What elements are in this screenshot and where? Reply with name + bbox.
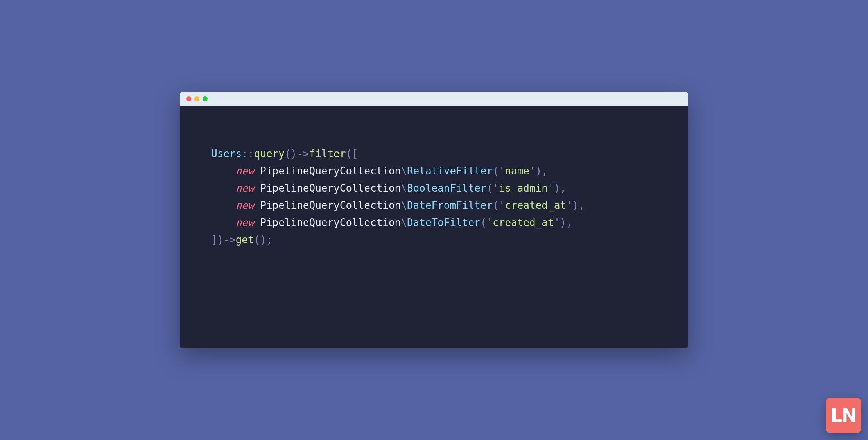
token-string: created_at (493, 217, 554, 228)
code-window: Users::query()->filter([ new PipelineQue… (180, 92, 688, 348)
token-indent (211, 199, 236, 211)
token-namespace: PipelineQueryCollection (260, 165, 401, 177)
token-space (254, 165, 260, 177)
token-keyword: new (236, 182, 254, 194)
token-operator: \ (401, 217, 407, 228)
token-operator: ])-> (211, 234, 236, 246)
token-indent (211, 217, 236, 228)
token-operator: (' (486, 182, 499, 194)
token-indent (211, 182, 236, 194)
token-operator: ()-> (285, 148, 309, 160)
token-operator: (' (493, 199, 505, 211)
token-namespace: PipelineQueryCollection (260, 182, 401, 194)
token-operator: :: (242, 148, 254, 160)
token-operator: \ (401, 182, 407, 194)
token-space (254, 182, 260, 194)
token-string: name (505, 165, 529, 177)
window-titlebar (180, 92, 688, 106)
token-keyword: new (236, 217, 254, 228)
token-operator: ([ (346, 148, 358, 160)
token-string: created_at (505, 199, 566, 211)
token-function: get (236, 234, 254, 246)
brand-logo: LN (826, 398, 861, 433)
token-function: query (254, 148, 285, 160)
brand-logo-text: LN (830, 404, 857, 426)
token-class: Users (211, 148, 242, 160)
minimize-icon[interactable] (194, 96, 199, 101)
token-operator: '), (566, 199, 585, 211)
token-operator: (); (254, 234, 273, 246)
code-editor: Users::query()->filter([ new PipelineQue… (180, 106, 688, 348)
token-operator: '), (548, 182, 566, 194)
token-space (254, 199, 260, 211)
token-operator: (' (481, 217, 493, 228)
code-block: Users::query()->filter([ new PipelineQue… (211, 145, 657, 249)
token-string: is_admin (499, 182, 548, 194)
token-operator: '), (554, 217, 572, 228)
token-namespace: PipelineQueryCollection (260, 199, 401, 211)
token-type: RelativeFilter (407, 165, 493, 177)
token-keyword: new (236, 199, 254, 211)
token-keyword: new (236, 165, 254, 177)
token-namespace: PipelineQueryCollection (260, 217, 401, 228)
token-space (254, 217, 260, 228)
token-type: BooleanFilter (407, 182, 487, 194)
token-indent (211, 165, 236, 177)
token-type: DateToFilter (407, 217, 481, 228)
maximize-icon[interactable] (203, 96, 208, 101)
token-operator: '), (529, 165, 548, 177)
token-operator: \ (401, 165, 407, 177)
token-operator: (' (493, 165, 505, 177)
close-icon[interactable] (186, 96, 191, 101)
token-operator: \ (401, 199, 407, 211)
token-function: filter (309, 148, 346, 160)
token-type: DateFromFilter (407, 199, 493, 211)
